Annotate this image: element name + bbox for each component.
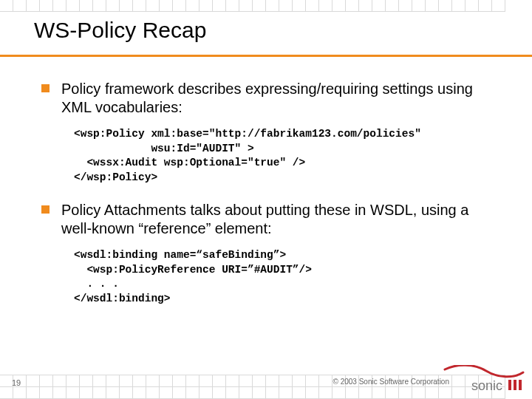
square-bullet-icon	[41, 205, 50, 214]
logo-swoosh-icon	[445, 365, 523, 377]
svg-rect-0	[508, 380, 511, 390]
bullet-item: Policy framework describes expressing/re…	[41, 80, 499, 117]
decorative-grid-top	[0, 0, 505, 12]
slide-body: Policy framework describes expressing/re…	[41, 80, 499, 323]
bullet-item: Policy Attachments talks about putting t…	[41, 201, 499, 238]
svg-rect-1	[514, 380, 516, 390]
bullet-text: Policy framework describes expressing/re…	[61, 80, 499, 117]
logo-text: sonic	[471, 378, 502, 393]
copyright-text: © 2003 Sonic Software Corporation	[333, 378, 449, 386]
bullet-text: Policy Attachments talks about putting t…	[61, 201, 499, 238]
brand-logo: sonic	[443, 365, 525, 395]
page-number: 19	[12, 378, 21, 387]
svg-rect-2	[519, 380, 522, 390]
slide-title: WS-Policy Recap	[34, 18, 206, 43]
code-block: <wsdl:binding name=“safeBinding”> <wsp:P…	[74, 248, 499, 306]
square-bullet-icon	[41, 84, 50, 92]
title-underline	[0, 55, 532, 57]
code-block: <wsp:Policy xml:base="http://fabrikam123…	[74, 127, 499, 185]
